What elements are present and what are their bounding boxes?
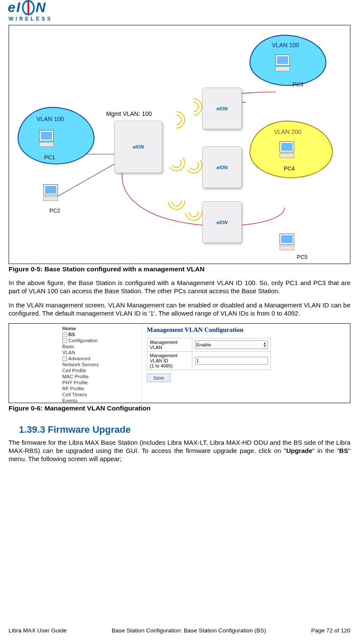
svg-text:I: I	[16, 0, 21, 15]
mgmt-vlan-select[interactable]: Enable ▲▼	[195, 340, 268, 349]
ss-device-1-icon: eION	[202, 88, 242, 129]
pc1-label: PC1	[44, 154, 55, 161]
pc5-icon	[280, 234, 299, 253]
wifi-icon	[184, 155, 204, 175]
mgmt-vlan-id-input[interactable]	[195, 357, 268, 365]
sidebar-item-configuration[interactable]: −Configuration	[62, 337, 139, 343]
base-station-icon: eION	[114, 121, 162, 173]
sidebar-item-phy-profile[interactable]: PHY Profile	[62, 380, 139, 386]
brand-logo: e I N WIRELESS	[8, 0, 350, 22]
sidebar-item-basic[interactable]: Basic	[62, 343, 139, 349]
section-heading: 1.39.3 Firmware Upgrade	[19, 424, 350, 436]
mgmt-vlan-label: Mgmt VLAN: 100	[106, 110, 152, 117]
sidebar-item-vlan[interactable]: VLAN	[62, 349, 139, 355]
save-button[interactable]: Save	[147, 374, 170, 382]
sidebar-item-cell-timers[interactable]: Cell Timers	[62, 392, 139, 398]
paragraph-2: In the VLAN management screen, VLAN Mana…	[9, 301, 350, 318]
cloud-label-vlan100-b: VLAN 100	[37, 115, 64, 122]
pc2-label: PC2	[49, 207, 60, 214]
paragraph-1: In the above figure, the Base Station is…	[9, 279, 350, 295]
sidebar-item-rf-profile[interactable]: RF Profile	[62, 386, 139, 392]
figure-2-caption: Figure 0-6: Management VLAN Configuratio…	[9, 404, 350, 412]
figure-1: VLAN 100 VLAN 100 VLAN 200 PC3 PC1 PC2 P…	[9, 25, 350, 264]
tree-collapse-icon[interactable]: −	[62, 338, 67, 343]
gui-sidebar: Home −BS −Configuration Basic VLAN −Adva…	[60, 324, 142, 403]
pc4-label: PC4	[284, 165, 295, 172]
ss-device-3-icon: eION	[202, 201, 242, 243]
svg-rect-3	[27, 1, 29, 15]
footer-center: Base Station Configuration: Base Station…	[112, 627, 266, 635]
pc1-icon	[39, 130, 59, 150]
sidebar-item-mac-profile[interactable]: MAC Profile	[62, 374, 139, 380]
cloud-label-vlan200: VLAN 200	[274, 128, 301, 135]
sidebar-item-home[interactable]: Home	[62, 325, 139, 331]
panel-title: Management VLAN Configuration	[147, 326, 345, 334]
sidebar-item-events[interactable]: Events	[62, 398, 139, 403]
footer-right: Page 72 of 120	[311, 627, 350, 635]
page-footer: Libra MAX User Guide Base Station Config…	[9, 627, 350, 635]
section-body: The firmware for the Libra MAX Base Stat…	[9, 439, 350, 463]
pc3-icon	[275, 55, 295, 74]
sidebar-item-network-servers[interactable]: Network Servers	[62, 361, 139, 368]
svg-text:N: N	[36, 0, 46, 15]
footer-left: Libra MAX User Guide	[9, 627, 67, 635]
mgmt-vlan-label-cell: Management VLAN	[147, 338, 192, 352]
tree-collapse-icon[interactable]: −	[62, 356, 67, 361]
pc3-label: PC3	[292, 81, 303, 88]
tree-collapse-icon[interactable]: −	[62, 332, 67, 337]
figure-2: Home −BS −Configuration Basic VLAN −Adva…	[9, 323, 350, 403]
pc2-icon	[43, 184, 63, 204]
sidebar-item-cell-profile[interactable]: Cell Profile	[62, 368, 139, 374]
ss-device-2-icon: eION	[202, 146, 242, 188]
mgmt-vlan-id-label-cell: Management VLAN ID (1 to 4095)	[147, 352, 192, 370]
pc4-icon	[280, 141, 299, 161]
cloud-label-vlan100-a: VLAN 100	[272, 42, 299, 49]
pc5-label: PC5	[297, 254, 307, 260]
sidebar-item-bs[interactable]: −BS	[62, 331, 139, 337]
figure-1-caption: Figure 0-5: Base Station configured with…	[9, 265, 350, 273]
sidebar-item-advanced[interactable]: −Advanced	[62, 355, 139, 361]
svg-text:WIRELESS: WIRELESS	[9, 16, 53, 22]
select-arrows-icon: ▲▼	[263, 342, 267, 348]
svg-text:e: e	[8, 0, 15, 15]
wifi-icon	[167, 153, 186, 173]
